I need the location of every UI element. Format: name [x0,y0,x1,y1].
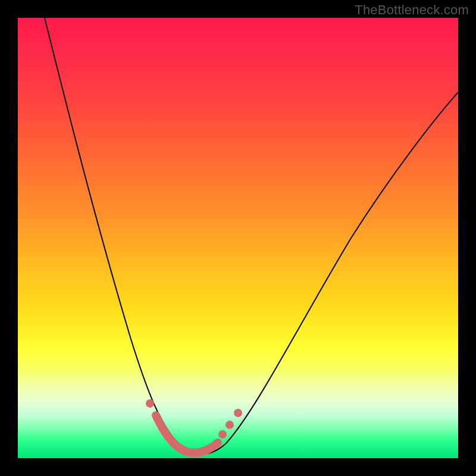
highlight-dot-left [146,399,154,408]
highlight-dot-r3 [234,409,242,417]
chart-frame: TheBottleneck.com [0,0,476,476]
optimal-zone-stroke [156,415,218,453]
highlight-dot-r1 [218,430,227,439]
bottleneck-curve [45,18,458,454]
curve-svg [18,18,458,458]
watermark-text: TheBottleneck.com [355,2,469,18]
highlight-dot-r2 [226,421,234,429]
plot-area [18,18,458,458]
